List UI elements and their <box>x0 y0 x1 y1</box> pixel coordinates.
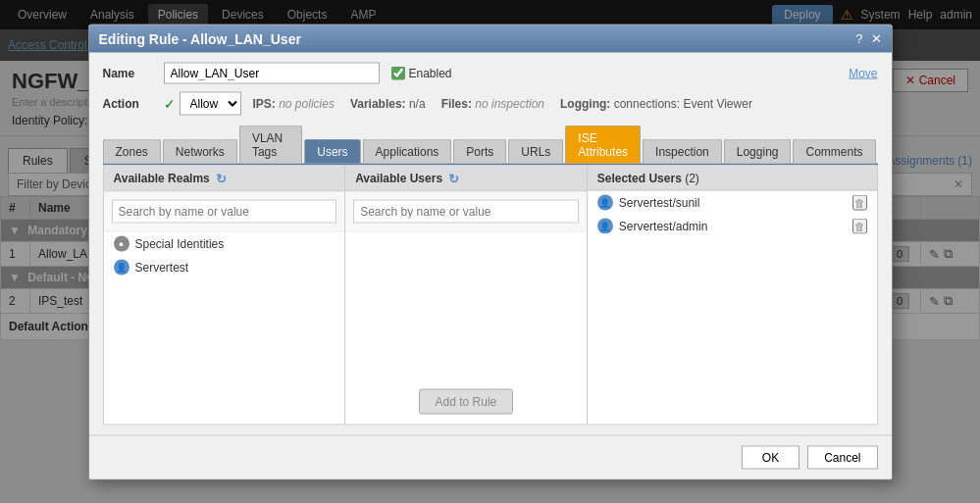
action-check-icon: ✓ <box>164 95 176 111</box>
edit-rule-dialog: Editing Rule - Allow_LAN_User ? ✕ Name E… <box>88 24 893 479</box>
selected-users-header: Selected Users (2) <box>588 166 877 190</box>
dialog-body: Name Enabled Move Action ✓ Allow IPS: no… <box>89 52 892 434</box>
action-select[interactable]: Allow <box>180 91 241 115</box>
tab-inspection[interactable]: Inspection <box>643 138 722 163</box>
rule-name-input[interactable] <box>164 62 380 83</box>
available-users-header: Available Users ↻ <box>345 166 587 191</box>
name-label: Name <box>103 66 152 79</box>
dialog-footer: OK Cancel <box>89 434 892 478</box>
logging-meta: Logging: connections: Event Viewer <box>560 96 752 110</box>
selected-user-icon-1: 👤 <box>597 194 613 210</box>
enabled-checkbox-label: Enabled <box>391 66 452 79</box>
selected-user-icon-2: 👤 <box>597 218 613 233</box>
files-meta: Files: no inspection <box>441 96 544 110</box>
tab-vlan-tags[interactable]: VLAN Tags <box>239 125 302 163</box>
action-row: Action ✓ Allow IPS: no policies Variable… <box>103 91 878 115</box>
users-search-wrap <box>345 191 587 231</box>
selected-count: (2) <box>685 171 699 184</box>
user-icon: 👤 <box>114 259 129 275</box>
available-realms-header: Available Realms ↻ <box>104 166 345 191</box>
tab-urls[interactable]: URLs <box>508 138 563 163</box>
tab-users[interactable]: Users <box>304 138 360 163</box>
delete-selected-user-2-button[interactable]: 🗑 <box>852 218 867 233</box>
group-icon: ● <box>114 235 129 251</box>
add-to-rule-button[interactable]: Add to Rule <box>419 388 514 414</box>
ok-button[interactable]: OK <box>742 445 799 469</box>
dialog-title-bar: Editing Rule - Allow_LAN_User ? ✕ <box>89 25 892 52</box>
dialog-close-button[interactable]: ✕ <box>871 31 882 46</box>
delete-selected-user-1-button[interactable]: 🗑 <box>852 194 867 210</box>
selected-users-col: Selected Users (2) 👤 Servertest/sunil 🗑 … <box>588 166 877 424</box>
tab-ports[interactable]: Ports <box>453 138 506 163</box>
right-tabs: Inspection Logging Comments <box>643 138 877 163</box>
list-item: 👤 Servertest/admin 🗑 <box>588 214 877 237</box>
list-item: 👤 Servertest/sunil 🗑 <box>588 190 877 214</box>
refresh-realms-icon[interactable]: ↻ <box>216 171 227 185</box>
list-item[interactable]: 👤 Servertest <box>104 255 345 278</box>
realm-search-input[interactable] <box>112 199 337 223</box>
tab-ise-attributes[interactable]: ISE Attributes <box>565 125 641 163</box>
realm-search-wrap <box>104 191 345 231</box>
refresh-users-icon[interactable]: ↻ <box>448 171 459 185</box>
dialog-title: Editing Rule - Allow_LAN_User <box>99 30 301 46</box>
available-realms-col: Available Realms ↻ ● Special Identities … <box>104 166 346 424</box>
tab-applications[interactable]: Applications <box>363 138 452 163</box>
action-meta: IPS: no policies Variables: n/a Files: n… <box>253 96 752 110</box>
available-users-col: Available Users ↻ Add to Rule <box>345 166 588 424</box>
tab-zones[interactable]: Zones <box>103 138 161 163</box>
panel-columns: Available Realms ↻ ● Special Identities … <box>104 166 877 424</box>
enabled-checkbox[interactable] <box>391 66 405 79</box>
tab-networks[interactable]: Networks <box>163 138 237 163</box>
ips-meta: IPS: no policies <box>253 96 335 110</box>
action-select-wrap: ✓ Allow <box>164 91 241 115</box>
realm-list: ● Special Identities 👤 Servertest <box>104 231 345 378</box>
move-link[interactable]: Move <box>849 66 877 79</box>
dialog-cancel-button[interactable]: Cancel <box>807 445 877 469</box>
list-item[interactable]: ● Special Identities <box>104 231 345 255</box>
users-panel: Available Realms ↻ ● Special Identities … <box>103 165 878 425</box>
dialog-help-button[interactable]: ? <box>855 31 862 46</box>
users-search-input[interactable] <box>353 199 579 223</box>
rule-name-row: Name Enabled Move <box>103 62 878 83</box>
variables-meta: Variables: n/a <box>350 96 426 110</box>
dialog-title-actions: ? ✕ <box>855 31 881 46</box>
action-label: Action <box>103 96 152 110</box>
add-to-rule-wrap: Add to Rule <box>345 378 587 424</box>
tab-comments[interactable]: Comments <box>793 138 875 163</box>
dialog-tabs: Zones Networks VLAN Tags Users Applicati… <box>103 125 878 165</box>
users-list <box>345 231 587 378</box>
tab-logging[interactable]: Logging <box>724 138 792 163</box>
selected-users-list: 👤 Servertest/sunil 🗑 👤 Servertest/admin … <box>588 190 877 386</box>
